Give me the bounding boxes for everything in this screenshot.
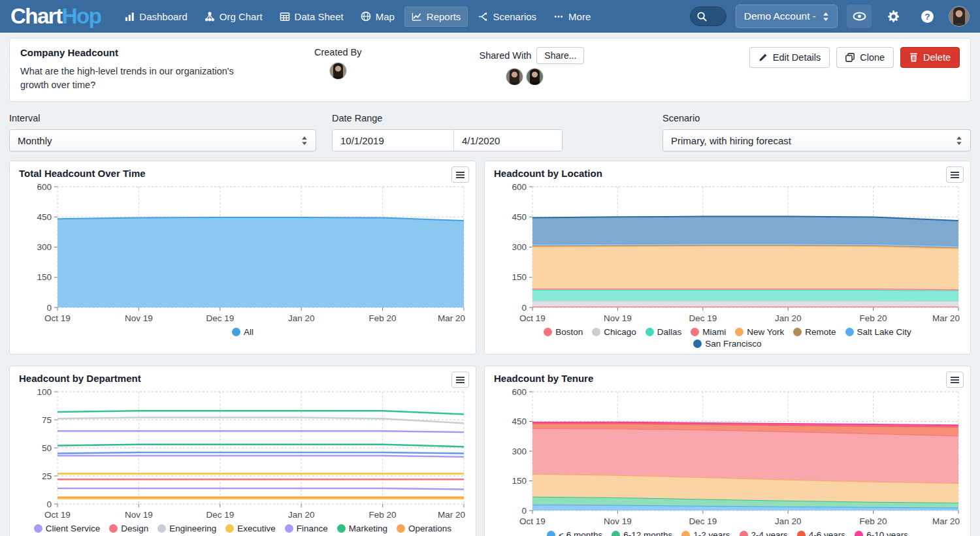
chart-title: Total Headcount Over Time [19, 168, 466, 179]
legend-label: Dallas [657, 327, 682, 337]
created-by-block: Created By [314, 47, 362, 80]
filter-bar: Interval Monthly Date Range Scenario Pri… [9, 113, 971, 151]
svg-text:Mar 20: Mar 20 [438, 510, 465, 520]
chart-menu-button[interactable] [946, 166, 964, 183]
legend-item-1-2-years[interactable]: 1-2 years [681, 530, 730, 536]
legend-item-marketing[interactable]: Marketing [337, 524, 387, 533]
legend-item-engineering[interactable]: Engineering [157, 524, 216, 533]
edit-details-button[interactable]: Edit Details [749, 47, 830, 68]
svg-text:Oct 19: Oct 19 [44, 313, 71, 323]
shared-avatar[interactable] [506, 68, 523, 86]
chart-canvas-location: 0150300450600Oct 19Nov 19Dec 19Jan 20Feb… [494, 181, 961, 325]
nav-item-map[interactable]: Map [353, 7, 402, 27]
interval-label: Interval [9, 113, 316, 123]
legend-swatch [691, 328, 699, 336]
legend-item-boston[interactable]: Boston [544, 327, 583, 337]
legend-item-6-10-years[interactable]: 6-10 years [855, 530, 908, 536]
nav-item-scenarios[interactable]: Scenarios [470, 7, 544, 27]
user-avatar[interactable] [949, 6, 970, 27]
legend-swatch [109, 524, 118, 533]
legend-item-operations[interactable]: Operations [397, 524, 451, 533]
legend-swatch [337, 524, 346, 533]
shared-with-block: Shared With Share... [480, 47, 585, 86]
share-button[interactable]: Share... [536, 47, 584, 64]
legend-item-san-francisco[interactable]: San Francisco [693, 339, 761, 349]
settings-button[interactable] [881, 5, 906, 28]
shared-avatar[interactable] [526, 68, 544, 86]
legend-swatch [34, 524, 42, 533]
svg-text:Oct 19: Oct 19 [519, 313, 546, 323]
creator-avatar[interactable] [329, 62, 347, 80]
hamburger-icon [455, 376, 465, 384]
scenario-value: Primary, with hiring forecast [671, 135, 956, 146]
scenario-select[interactable]: Primary, with hiring forecast [662, 129, 971, 151]
legend-item-new-york[interactable]: New York [735, 327, 784, 337]
search-icon [696, 11, 708, 22]
report-description: What are the high-level trends in our or… [20, 65, 255, 92]
charthop-logo[interactable]: ChartHop [10, 0, 101, 33]
legend-item-4-6-years[interactable]: 4-6 years [797, 530, 845, 536]
bar-chart-icon [125, 12, 135, 22]
legend-item-salt-lake-city[interactable]: Salt Lake City [845, 327, 911, 337]
legend-item-design[interactable]: Design [109, 524, 148, 533]
chart-menu-button[interactable] [451, 166, 469, 183]
legend-item-miami[interactable]: Miami [691, 327, 726, 337]
legend-swatch [592, 328, 600, 336]
chart-menu-button[interactable] [946, 371, 964, 388]
nav-item-dashboard[interactable]: Dashboard [118, 7, 194, 27]
date-start-input[interactable] [333, 130, 454, 151]
legend-item-remote[interactable]: Remote [793, 327, 836, 337]
legend-label: Finance [297, 524, 328, 533]
legend-label: New York [747, 327, 784, 337]
legend-swatch [612, 531, 620, 536]
legend-item-finance[interactable]: Finance [285, 524, 328, 533]
chart-legend: Client ServiceDesignEngineeringExecutive… [19, 524, 466, 536]
clone-button[interactable]: Clone [836, 47, 894, 68]
chart-menu-button[interactable] [451, 371, 469, 388]
legend-swatch [740, 531, 748, 536]
legend-label: Executive [237, 524, 276, 533]
ellipsis-icon [553, 12, 564, 22]
nav-label: More [568, 11, 591, 22]
svg-text:50: 50 [42, 443, 52, 453]
account-selector[interactable]: Demo Account - [736, 5, 838, 28]
legend-swatch [225, 524, 234, 533]
question-icon: ? [921, 10, 934, 24]
help-button[interactable]: ? [915, 5, 939, 28]
date-end-input[interactable] [454, 130, 563, 151]
svg-text:450: 450 [512, 212, 527, 222]
delete-button[interactable]: Delete [900, 47, 960, 68]
legend-item-chicago[interactable]: Chicago [592, 327, 636, 337]
search-input[interactable] [690, 7, 727, 26]
legend-item-6-12-months[interactable]: 6-12 months [612, 530, 672, 536]
account-label: Demo Account - [744, 10, 816, 22]
nav-item-org-chart[interactable]: Org Chart [197, 7, 270, 27]
visibility-button[interactable] [847, 5, 872, 28]
legend-label: 4-6 years [809, 530, 845, 536]
legend-item-2-4-years[interactable]: 2-4 years [740, 530, 788, 536]
nav-item-data-sheet[interactable]: Data Sheet [272, 7, 351, 27]
svg-text:Jan 20: Jan 20 [775, 516, 802, 526]
svg-text:Dec 19: Dec 19 [689, 516, 717, 526]
edit-details-label: Edit Details [773, 52, 821, 63]
legend-item-dallas[interactable]: Dallas [645, 327, 682, 337]
interval-select[interactable]: Monthly [9, 129, 316, 151]
legend-item-executive[interactable]: Executive [225, 524, 276, 533]
legend-item-all[interactable]: All [232, 327, 253, 337]
sort-arrows-icon [956, 136, 962, 146]
legend-item-client-service[interactable]: Client Service [34, 524, 100, 533]
legend-item--6-months[interactable]: < 6 months [547, 530, 602, 536]
legend-swatch [157, 524, 166, 533]
copy-icon [845, 53, 855, 62]
nav-item-more[interactable]: More [546, 7, 598, 27]
legend-label: 1-2 years [693, 530, 730, 536]
svg-text:Feb 20: Feb 20 [860, 313, 887, 323]
svg-text:Feb 20: Feb 20 [369, 510, 397, 520]
nav-item-reports[interactable]: Reports [404, 7, 468, 27]
svg-text:300: 300 [512, 242, 527, 252]
svg-text:Feb 20: Feb 20 [369, 313, 397, 323]
legend-label: Miami [702, 327, 726, 337]
legend-label: San Francisco [705, 339, 761, 349]
legend-label: Chicago [604, 327, 636, 337]
table-icon [280, 12, 290, 22]
